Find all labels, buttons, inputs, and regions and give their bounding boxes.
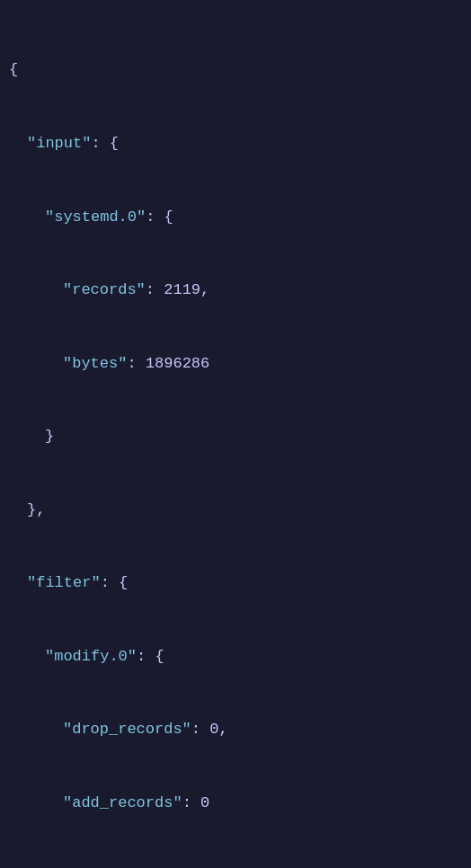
colon-2: : { — [146, 208, 173, 226]
value-bytes: 1896286 — [146, 355, 209, 372]
value-records: 2119 — [164, 281, 200, 298]
value-drop-records: 0 — [209, 721, 218, 738]
colon-9: : — [191, 721, 209, 738]
line-10: "add_records": 0 — [9, 791, 471, 815]
key-bytes: "bytes" — [63, 355, 127, 372]
colon-8: : { — [137, 648, 164, 665]
line-1: "input": { — [9, 131, 471, 155]
colon-3: : — [146, 281, 164, 298]
line-2: "systemd.0": { — [9, 205, 471, 229]
line-3: "records": 2119, — [9, 278, 471, 302]
line-6: }, — [9, 498, 471, 522]
value-add-records: 0 — [200, 794, 209, 811]
key-drop-records: "drop_records" — [63, 721, 191, 738]
code-display: { "input": { "systemd.0": { "records": 2… — [0, 0, 471, 868]
key-records: "records" — [63, 281, 146, 298]
line-0: { — [9, 58, 471, 82]
line-11: } — [9, 864, 471, 868]
colon-7: : { — [101, 574, 129, 591]
key-filter: "filter" — [27, 574, 101, 591]
key-add-records: "add_records" — [63, 794, 182, 811]
line-8: "modify.0": { — [9, 644, 471, 669]
colon-4: : — [127, 355, 145, 372]
colon-1: : { — [91, 135, 119, 152]
key-systemd: "systemd.0" — [45, 208, 146, 226]
key-modify: "modify.0" — [45, 648, 137, 665]
colon-10: : — [182, 794, 200, 811]
line-4: "bytes": 1896286 — [9, 351, 471, 376]
line-7: "filter": { — [9, 571, 471, 595]
line-9: "drop_records": 0, — [9, 717, 471, 741]
line-5: } — [9, 424, 471, 448]
key-input: "input" — [27, 135, 91, 152]
